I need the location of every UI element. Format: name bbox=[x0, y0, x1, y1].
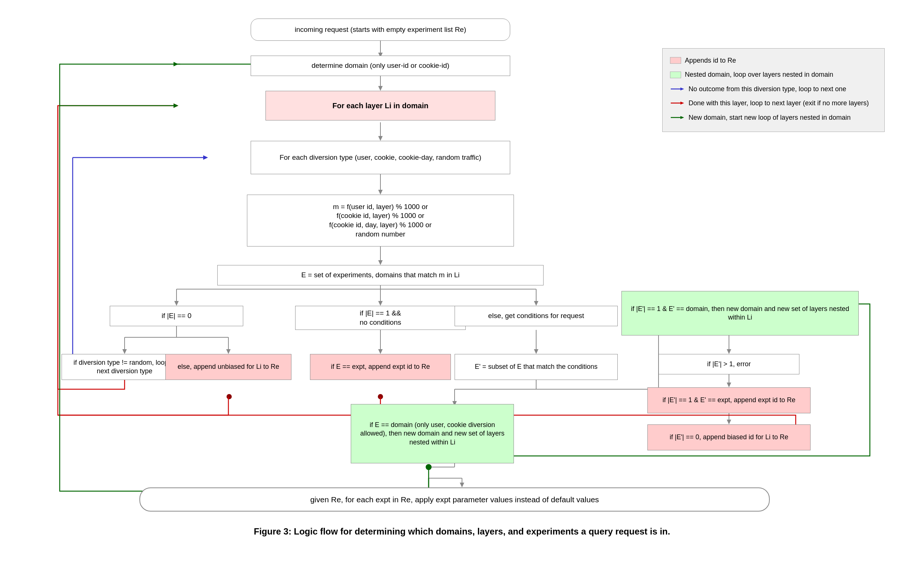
legend-color-green bbox=[670, 72, 681, 78]
svg-marker-55 bbox=[203, 155, 208, 160]
legend-item-pink: Appends id to Re bbox=[670, 54, 877, 66]
svg-point-51 bbox=[227, 394, 232, 399]
box-for-each-layer: For each layer Li in domain bbox=[265, 91, 496, 121]
figure-caption: Figure 3: Logic flow for determining whi… bbox=[15, 527, 909, 537]
box-if-e-0: if |E| == 0 bbox=[110, 306, 243, 326]
svg-marker-5 bbox=[378, 136, 383, 141]
legend: Appends id to Re Nested domain, loop ove… bbox=[662, 48, 885, 132]
box-else-get-cond: else, get conditions for request bbox=[455, 306, 618, 326]
legend-label-pink: Appends id to Re bbox=[685, 54, 736, 66]
box-if-e-prime-gt1-error: if |E'| > 1, error bbox=[659, 354, 800, 375]
box-e-prime-subset: E' = subset of E that match the conditio… bbox=[455, 354, 618, 380]
svg-marker-9 bbox=[378, 260, 383, 265]
legend-arrow-red bbox=[670, 100, 685, 106]
legend-color-pink bbox=[670, 57, 681, 64]
svg-marker-60 bbox=[173, 62, 178, 66]
box-if-e-expt-append: if E == expt, append expt id to Re bbox=[310, 354, 451, 380]
svg-marker-15 bbox=[378, 301, 383, 306]
box-if-e-domain-cookie: if E == domain (only user, cookie divers… bbox=[351, 404, 514, 463]
svg-point-45 bbox=[426, 464, 432, 470]
svg-marker-7 bbox=[378, 190, 383, 195]
svg-marker-40 bbox=[727, 383, 731, 388]
legend-label-red: Done with this layer, loop to next layer… bbox=[689, 97, 869, 109]
legend-arrow-blue bbox=[670, 86, 685, 92]
legend-item-green: Nested domain, loop over layers nested i… bbox=[670, 69, 877, 80]
legend-label-green: Nested domain, loop over layers nested i… bbox=[685, 69, 833, 80]
svg-marker-3 bbox=[378, 86, 383, 91]
svg-marker-22 bbox=[123, 349, 127, 354]
legend-item-red-arrow: Done with this layer, loop to next layer… bbox=[670, 97, 877, 109]
svg-marker-25 bbox=[226, 349, 231, 354]
svg-marker-42 bbox=[727, 420, 731, 424]
box-final: given Re, for each expt in Re, apply exp… bbox=[139, 487, 770, 512]
svg-marker-50 bbox=[173, 103, 178, 108]
legend-label-blue: No outcome from this diversion type, loo… bbox=[689, 83, 846, 95]
box-if-e-prime-0-biased: if |E'| == 0, append biased id for Li to… bbox=[648, 424, 811, 450]
box-incoming: incoming request (starts with empty expe… bbox=[251, 18, 510, 41]
box-if-e-prime-1-expt: if |E'| == 1 & E' == expt, append expt i… bbox=[648, 388, 811, 413]
diagram-wrapper: incoming request (starts with empty expe… bbox=[36, 11, 888, 515]
legend-arrow-darkgreen bbox=[670, 114, 685, 121]
legend-label-darkgreen: New domain, start new loop of layers nes… bbox=[689, 111, 850, 123]
svg-marker-18 bbox=[534, 301, 538, 306]
box-e-set: E = set of experiments, domains that mat… bbox=[217, 265, 544, 285]
box-if-e-prime-1-domain: if |E'| == 1 & E' == domain, then new do… bbox=[621, 291, 859, 335]
svg-marker-13 bbox=[174, 301, 179, 306]
box-hash-func: m = f(user id, layer) % 1000 or f(cookie… bbox=[247, 195, 514, 247]
svg-marker-66 bbox=[680, 116, 684, 119]
svg-marker-38 bbox=[727, 349, 731, 354]
box-else-append-unbiased: else, append unbiased for Li to Re bbox=[165, 354, 291, 380]
box-determine-domain: determine domain (only user-id or cookie… bbox=[251, 56, 510, 76]
svg-marker-56 bbox=[173, 103, 178, 108]
svg-marker-29 bbox=[534, 349, 538, 354]
svg-point-52 bbox=[378, 394, 383, 399]
svg-marker-62 bbox=[680, 87, 684, 90]
box-if-e-1-nocond: if |E| == 1 && no conditions bbox=[295, 306, 466, 330]
svg-marker-64 bbox=[680, 101, 684, 105]
legend-item-blue-arrow: No outcome from this diversion type, loo… bbox=[670, 83, 877, 95]
svg-marker-27 bbox=[378, 349, 383, 354]
svg-marker-49 bbox=[460, 483, 464, 487]
box-for-each-diversion: For each diversion type (user, cookie, c… bbox=[251, 141, 510, 174]
legend-item-darkgreen-arrow: New domain, start new loop of layers nes… bbox=[670, 111, 877, 123]
